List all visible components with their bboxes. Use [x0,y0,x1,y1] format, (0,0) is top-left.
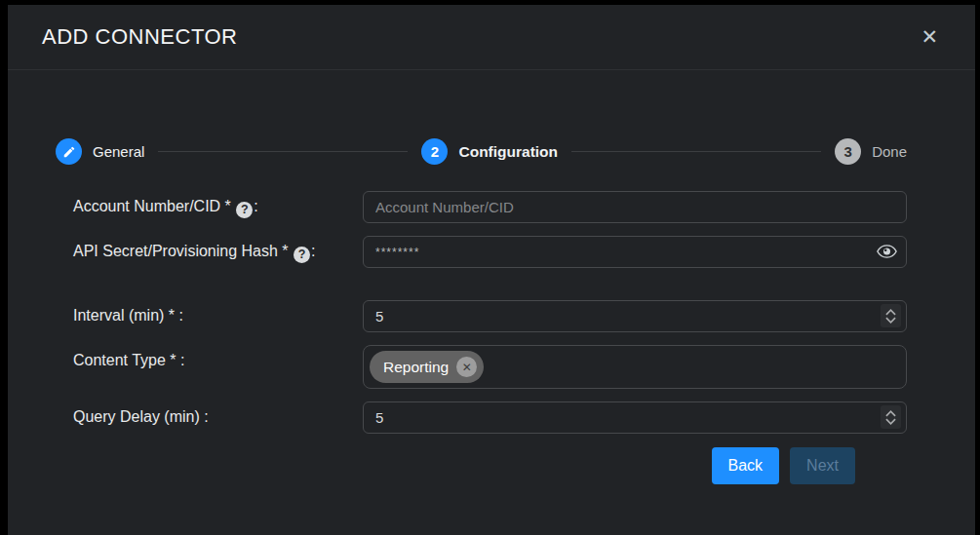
form-row-query-delay: Query Delay (min) : [73,401,907,434]
next-button[interactable]: Next [790,447,855,484]
query-delay-input[interactable] [363,401,907,434]
form-row-interval: Interval (min) * : [73,300,907,332]
api-secret-label: API Secret/Provisioning Hash * ?: [73,236,329,263]
form-row-api-secret: API Secret/Provisioning Hash * ?: [73,236,907,268]
help-icon[interactable]: ? [294,247,310,263]
step-label-done: Done [872,143,907,160]
modal-header: ADD CONNECTOR ✕ [8,5,975,70]
step-connector [571,151,821,152]
add-connector-modal: ADD CONNECTOR ✕ General 2 Configuration … [8,5,975,535]
remove-tag-icon[interactable]: ✕ [456,357,477,377]
account-number-label-text: Account Number/CID * [73,198,231,214]
wizard-actions: Back Next [73,447,907,484]
form-row-account-number: Account Number/CID * ?: [73,191,907,223]
api-secret-label-text: API Secret/Provisioning Hash * [73,243,289,259]
account-number-input[interactable] [363,191,907,223]
help-icon[interactable]: ? [236,202,253,218]
step-configuration[interactable]: 2 Configuration [421,138,558,165]
back-button[interactable]: Back [712,447,780,484]
eye-icon[interactable] [877,244,897,259]
step-number-2: 2 [421,138,448,165]
account-number-label: Account Number/CID * ?: [73,191,329,218]
label-colon: : [311,243,315,259]
step-number-3: 3 [835,138,861,165]
pencil-icon [56,138,82,165]
interval-label: Interval (min) * : [73,300,329,326]
step-label-configuration: Configuration [458,143,558,161]
wizard-stepper: General 2 Configuration 3 Done [56,138,907,165]
api-secret-input[interactable] [363,236,907,268]
query-delay-label: Query Delay (min) : [73,401,329,428]
configuration-form: Account Number/CID * ?: API Secret/Provi… [8,191,975,484]
step-general[interactable]: General [56,138,144,165]
close-icon[interactable]: ✕ [921,26,938,47]
tag-reporting: Reporting ✕ [370,351,484,383]
modal-title: ADD CONNECTOR [42,24,237,50]
content-type-label: Content Type * : [73,345,329,371]
step-label-general: General [93,143,144,160]
number-stepper-icon[interactable] [881,304,901,327]
content-type-input[interactable]: Reporting ✕ [363,345,907,389]
form-row-content-type: Content Type * : Reporting ✕ [73,345,907,389]
step-connector [158,151,408,152]
number-stepper-icon[interactable] [881,405,901,429]
tag-label: Reporting [383,359,449,376]
label-colon: : [254,198,257,214]
interval-input[interactable] [363,300,907,332]
step-done: 3 Done [835,138,907,165]
